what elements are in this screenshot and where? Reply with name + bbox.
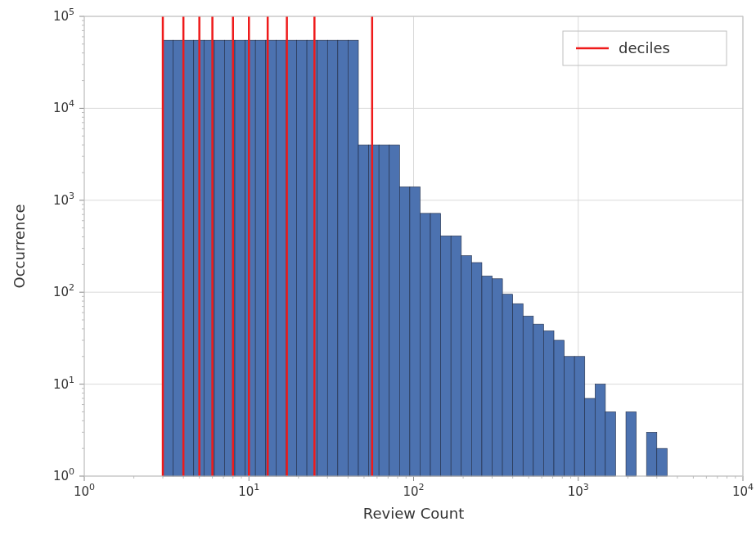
histogram-bar: [554, 340, 565, 476]
histogram-bar: [379, 145, 389, 476]
histogram-bar: [430, 214, 441, 476]
x-axis-label: Review Count: [363, 505, 464, 522]
histogram-bar: [245, 40, 256, 476]
svg-text:103: 103: [53, 191, 74, 208]
histogram-bar: [482, 276, 493, 476]
y-axis-label: Occurrence: [11, 205, 28, 289]
histogram-bar: [646, 432, 657, 476]
histogram-bar: [327, 40, 338, 476]
histogram-bar: [451, 236, 461, 476]
svg-text:101: 101: [53, 375, 74, 392]
svg-text:102: 102: [403, 482, 424, 499]
histogram-bar: [493, 279, 503, 476]
histogram-bar: [441, 236, 452, 476]
histogram-bar: [214, 40, 225, 476]
histogram-bar: [595, 384, 605, 476]
histogram-bar: [163, 40, 173, 476]
histogram-bar: [513, 303, 524, 476]
svg-text:100: 100: [53, 466, 74, 483]
histogram-chart: 100101102103104100101102103104105Review …: [0, 0, 756, 553]
histogram-bar: [276, 40, 286, 476]
histogram-bar: [173, 40, 183, 476]
histogram-bar: [502, 294, 513, 476]
chart-svg: 100101102103104100101102103104105Review …: [0, 0, 756, 553]
histogram-bar: [420, 214, 430, 476]
histogram-bar: [235, 40, 245, 476]
svg-text:104: 104: [53, 98, 74, 115]
histogram-bar: [543, 330, 554, 476]
histogram-bar: [389, 145, 400, 476]
histogram-bar: [307, 40, 317, 476]
svg-text:100: 100: [74, 482, 95, 499]
svg-text:101: 101: [238, 482, 259, 499]
histogram-bar: [348, 40, 358, 476]
histogram-bar: [358, 145, 369, 476]
histogram-bar: [626, 411, 637, 476]
svg-text:103: 103: [568, 482, 589, 499]
histogram-bar: [297, 40, 308, 476]
histogram-bar: [471, 263, 482, 476]
svg-text:102: 102: [53, 282, 74, 299]
histogram-bar: [338, 40, 349, 476]
svg-text:105: 105: [53, 7, 74, 24]
histogram-bar: [565, 357, 575, 476]
histogram-bar: [255, 40, 266, 476]
histogram-bar: [657, 448, 668, 476]
legend-label: deciles: [619, 39, 670, 56]
histogram-bar: [574, 357, 585, 476]
histogram-bar: [585, 398, 596, 476]
histogram-bar: [533, 324, 544, 476]
histogram-bar: [183, 40, 194, 476]
histogram-bar: [523, 316, 533, 476]
svg-text:104: 104: [732, 482, 754, 499]
histogram-bar: [461, 255, 472, 476]
histogram-bar: [399, 187, 410, 476]
histogram-bar: [317, 40, 328, 476]
histogram-bar: [605, 411, 616, 476]
histogram-bar: [410, 187, 421, 476]
histogram-bar: [369, 145, 380, 476]
